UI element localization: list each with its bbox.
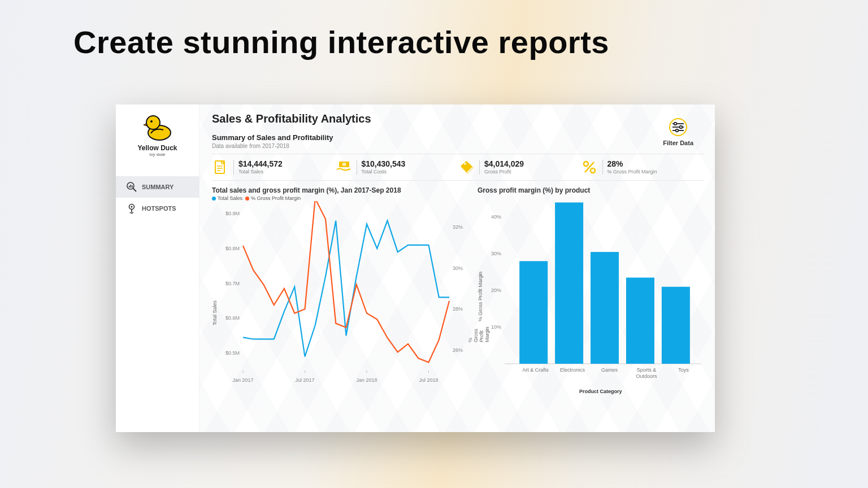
nav: SUMMARY HOTSPOTS bbox=[116, 176, 199, 219]
svg-text:Art & Crafts: Art & Crafts bbox=[522, 367, 549, 373]
charts-row: Total sales and gross profit margin (%),… bbox=[212, 186, 704, 393]
kpi-value: $14,444,572 bbox=[238, 160, 283, 168]
line-chart-legend: Total Sales % Gross Profit Margin bbox=[212, 195, 472, 201]
legend-label: Total Sales bbox=[218, 195, 242, 201]
kpi-total-costs: $ $10,430,543Total Costs bbox=[335, 159, 458, 176]
svg-text:$0.5M: $0.5M bbox=[225, 350, 240, 356]
y1-axis-label: Total Sales bbox=[212, 300, 218, 325]
sidebar-item-summary[interactable]: SUMMARY bbox=[116, 176, 199, 198]
bar-y-axis-label: % Gross Profit Margin bbox=[478, 272, 483, 321]
svg-rect-53 bbox=[555, 202, 583, 364]
svg-text:Jul 2018: Jul 2018 bbox=[419, 377, 438, 383]
svg-rect-7 bbox=[132, 185, 133, 188]
page-title: Sales & Profitability Analytics bbox=[212, 112, 704, 125]
svg-text:32%: 32% bbox=[453, 224, 463, 230]
svg-text:$0.6M: $0.6M bbox=[225, 315, 240, 321]
filter-data-button[interactable]: Filter Data bbox=[663, 118, 693, 146]
svg-point-12 bbox=[674, 123, 677, 125]
percent-icon bbox=[581, 159, 598, 176]
bar-x-axis-label: Product Category bbox=[579, 389, 622, 394]
kpi-value: $10,430,543 bbox=[362, 160, 406, 168]
kpi-value: 28% bbox=[607, 160, 657, 168]
svg-text:Games: Games bbox=[601, 367, 618, 373]
main-area: Sales & Profitability Analytics Summary … bbox=[199, 104, 715, 432]
kpi-label: Gross Profit bbox=[484, 169, 524, 175]
legend-dot-margin bbox=[245, 197, 249, 201]
kpi-value: $4,014,029 bbox=[484, 160, 524, 168]
dashboard-panel: Yellow Duck toy store SUMMARY HOTSPOTS S… bbox=[116, 104, 715, 432]
sidebar-item-hotspots[interactable]: HOTSPOTS bbox=[116, 198, 199, 219]
svg-text:Sports &: Sports & bbox=[637, 367, 657, 373]
brand-name: Yellow Duck bbox=[137, 144, 177, 152]
svg-line-4 bbox=[133, 189, 137, 192]
sidebar-item-label: HOTSPOTS bbox=[142, 205, 176, 212]
svg-text:$: $ bbox=[343, 163, 345, 166]
brand-logo bbox=[141, 111, 175, 142]
kpi-label: Total Costs bbox=[362, 169, 406, 175]
svg-text:$0.9M: $0.9M bbox=[225, 211, 240, 216]
svg-text:Toys: Toys bbox=[678, 367, 689, 373]
svg-text:30%: 30% bbox=[491, 251, 501, 256]
tag-icon bbox=[458, 159, 475, 176]
legend-dot-sales bbox=[212, 197, 216, 201]
line-chart-title: Total sales and gross profit margin (%),… bbox=[212, 186, 472, 194]
svg-rect-55 bbox=[626, 278, 654, 364]
legend-label: % Gross Profit Margin bbox=[251, 195, 301, 201]
kpi-label: Total Sales bbox=[238, 169, 283, 175]
invoice-icon: $ bbox=[212, 159, 229, 176]
data-availability: Data available from 2017-2018 bbox=[212, 143, 704, 154]
svg-point-27 bbox=[584, 162, 588, 166]
bar-chart: Gross profit margin (%) by product % Gro… bbox=[478, 186, 704, 393]
svg-text:20%: 20% bbox=[491, 287, 501, 293]
svg-text:Jan 2018: Jan 2018 bbox=[356, 377, 377, 383]
bar-chart-title: Gross profit margin (%) by product bbox=[478, 186, 704, 194]
svg-rect-6 bbox=[131, 185, 132, 188]
svg-point-9 bbox=[131, 206, 132, 207]
svg-point-28 bbox=[591, 168, 595, 173]
kpi-total-sales: $ $14,444,572Total Sales bbox=[212, 159, 335, 176]
page-subtitle: Summary of Sales and Profitability bbox=[212, 133, 704, 142]
kpi-row: $ $14,444,572Total Sales $ $10,430,543To… bbox=[212, 159, 704, 181]
kpi-label: % Gross Profit Margin bbox=[607, 169, 657, 175]
svg-text:Jan 2017: Jan 2017 bbox=[232, 377, 253, 383]
line-chart: Total sales and gross profit margin (%),… bbox=[212, 186, 472, 393]
svg-rect-5 bbox=[129, 186, 130, 188]
svg-text:Electronics: Electronics bbox=[560, 367, 585, 373]
filter-icon bbox=[667, 118, 689, 136]
svg-text:26%: 26% bbox=[453, 347, 463, 353]
svg-text:$: $ bbox=[222, 161, 224, 164]
svg-point-16 bbox=[676, 129, 679, 132]
sidebar: Yellow Duck toy store SUMMARY HOTSPOTS bbox=[116, 104, 199, 432]
svg-text:30%: 30% bbox=[453, 265, 463, 271]
hero-title: Create stunning interactive reports bbox=[73, 24, 609, 60]
pin-icon bbox=[126, 203, 137, 214]
brand-tag: toy store bbox=[150, 152, 166, 157]
svg-point-1 bbox=[146, 116, 160, 129]
svg-text:28%: 28% bbox=[453, 306, 463, 312]
svg-rect-54 bbox=[591, 252, 619, 364]
bar-chart-svg: 10%20%30%40%Art & CraftsElectronicsGames… bbox=[478, 194, 704, 393]
svg-rect-52 bbox=[519, 261, 548, 364]
svg-text:40%: 40% bbox=[491, 214, 501, 220]
filter-label: Filter Data bbox=[663, 140, 693, 146]
svg-text:10%: 10% bbox=[491, 324, 501, 330]
svg-line-29 bbox=[585, 162, 594, 172]
svg-text:Outdoors: Outdoors bbox=[636, 373, 657, 379]
magnify-chart-icon bbox=[126, 181, 137, 193]
kpi-gross-profit: $4,014,029Gross Profit bbox=[458, 159, 581, 176]
svg-text:$0.7M: $0.7M bbox=[225, 281, 240, 286]
sidebar-item-label: SUMMARY bbox=[142, 184, 173, 190]
svg-text:Jul 2017: Jul 2017 bbox=[295, 377, 314, 383]
svg-point-2 bbox=[150, 120, 153, 123]
line-chart-svg: $0.5M$0.6M$0.7M$0.8M$0.9M26%28%30%32%Jan… bbox=[212, 201, 472, 393]
kpi-margin: 28%% Gross Profit Margin bbox=[581, 159, 704, 176]
svg-point-14 bbox=[680, 126, 683, 129]
cash-hand-icon: $ bbox=[335, 159, 352, 176]
svg-text:$0.8M: $0.8M bbox=[225, 246, 240, 251]
svg-rect-56 bbox=[662, 287, 690, 364]
